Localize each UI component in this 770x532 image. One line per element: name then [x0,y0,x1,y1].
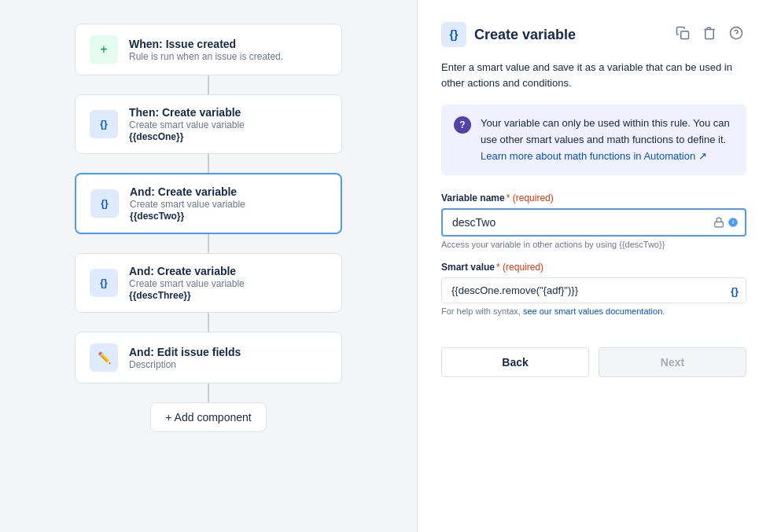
create-var-3-icon: {} [90,269,118,297]
panel-description: Enter a smart value and save it as a var… [441,60,746,90]
panel-icon: {} [441,22,466,47]
flow-container: + When: Issue created Rule is run when a… [75,24,342,432]
connector-4 [208,313,209,332]
create-var-1-title: Then: Create variable [129,106,245,119]
smart-value-group: Smart value* (required) {} For help with… [441,262,746,316]
back-button[interactable]: Back [441,347,589,377]
add-component-button[interactable]: + Add component [150,402,266,432]
info-icon: ? [454,116,471,134]
lock-icon [713,217,724,228]
create-var-3-subtitle: Create smart value variable [129,278,245,289]
input-icons: i [713,217,739,228]
edit-fields-icon: ✏️ [90,343,118,372]
smart-value-label: Smart value* (required) [441,262,746,273]
smart-value-input[interactable] [441,277,746,303]
svg-rect-3 [715,222,724,227]
create-var-3-title: And: Create variable [129,265,245,277]
svg-text:i: i [732,219,734,226]
variable-name-group: Variable name* (required) i Access your … [441,193,746,249]
panel-actions [672,23,746,47]
edit-fields-subtitle: Description [129,359,241,370]
panel-title: Create variable [474,27,576,43]
connector-3 [208,234,209,253]
trigger-title: When: Issue created [129,38,283,50]
create-var-1-subtitle: Create smart value variable [129,119,245,130]
panel-header: {} Create variable [441,22,746,47]
create-var-3-variable: {{descThree}} [129,290,245,301]
variable-name-input-wrapper: i [441,208,746,237]
create-var-2-card[interactable]: {} And: Create variable Create smart val… [75,173,342,234]
create-var-2-title: And: Create variable [130,185,245,198]
help-button[interactable] [726,23,746,47]
create-var-1-card[interactable]: {} Then: Create variable Create smart va… [75,94,342,154]
edit-fields-title: And: Edit issue fields [129,346,241,358]
panel-title-row: {} Create variable [441,22,576,47]
trigger-subtitle: Rule is run when an issue is created. [129,51,283,62]
create-var-2-variable: {{descTwo}} [130,211,245,222]
smart-value-curly-icon: {} [731,284,739,296]
svg-rect-0 [681,31,689,39]
learn-more-link[interactable]: Learn more about math functions in Autom… [481,150,707,162]
connector-1 [208,75,209,94]
left-panel: + When: Issue created Rule is run when a… [0,0,417,532]
trigger-card[interactable]: + When: Issue created Rule is run when a… [75,24,342,75]
delete-button[interactable] [699,23,720,47]
create-var-1-variable: {{descOne}} [129,131,245,142]
create-var-2-subtitle: Create smart value variable [130,199,245,210]
connector-2 [208,154,209,173]
next-button[interactable]: Next [599,347,746,377]
info-text: Your variable can only be used within th… [481,116,734,164]
form-actions: Back Next [441,347,746,377]
smart-value-input-wrapper: {} [441,277,746,303]
smart-values-doc-link[interactable]: see our smart values documentation. [523,306,665,316]
create-var-3-card[interactable]: {} And: Create variable Create smart val… [75,253,342,313]
smart-value-helper: For help with syntax, see our smart valu… [441,306,746,316]
trigger-icon: + [90,35,118,64]
variable-name-label: Variable name* (required) [441,193,746,204]
create-var-2-icon: {} [90,189,119,218]
right-panel: {} Create variable [417,0,770,532]
connector-5 [208,383,209,402]
variable-name-helper: Access your variable in other actions by… [441,240,746,249]
info-box: ? Your variable can only be used within … [441,105,746,175]
duplicate-button[interactable] [672,23,693,47]
edit-fields-card[interactable]: ✏️ And: Edit issue fields Description [75,332,342,383]
create-var-1-icon: {} [90,110,118,138]
info-circle-icon: i [728,217,739,228]
variable-name-input[interactable] [441,208,746,237]
